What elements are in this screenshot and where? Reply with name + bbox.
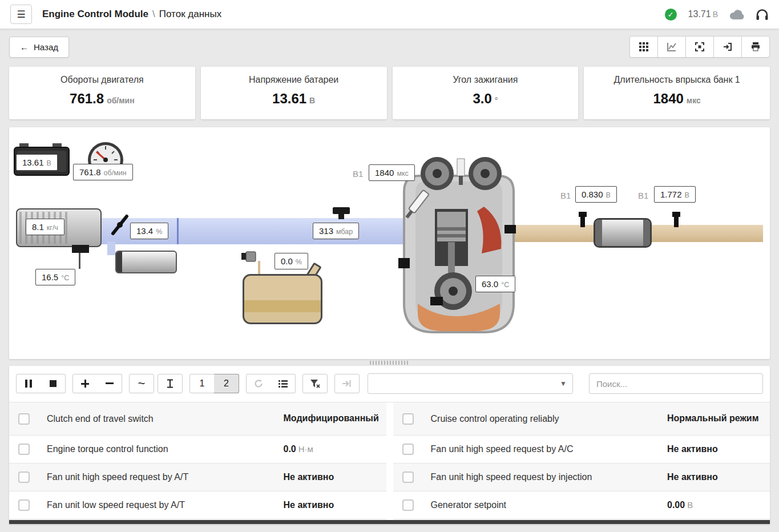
purge-label: 0.0% (275, 253, 308, 269)
row-checkbox[interactable] (402, 499, 414, 511)
plus-icon (81, 380, 89, 388)
hamburger-icon: ☰ (17, 9, 25, 21)
table-row[interactable]: Cruise control operating reliably Нормал… (393, 402, 770, 436)
unit: В (606, 191, 611, 199)
card-value: 1840 (653, 91, 683, 106)
card-ignition-angle: Угол зажигания 3.0° (393, 67, 579, 119)
table-row[interactable]: Fan unit high speed request by A/T Не ак… (9, 464, 386, 491)
back-label: Назад (34, 42, 58, 52)
module-name: Engine Control Module (42, 9, 148, 19)
o2-downstream-label: 1.772В (654, 186, 696, 203)
battery-voltage: 13.71В (688, 9, 718, 19)
table-toolbar: ~ 1 2 ▼ (9, 366, 770, 394)
panel-splitter[interactable] (0, 359, 779, 366)
refresh-button[interactable] (246, 374, 271, 393)
stop-icon (50, 380, 56, 387)
intake-branch-pipe (107, 241, 115, 255)
i-beam-icon (166, 379, 175, 388)
import-icon (723, 42, 733, 52)
card-injection-duration: Длительность впрыска банк 1 1840мкс (584, 67, 770, 119)
stop-button[interactable] (41, 374, 66, 393)
add-button[interactable] (72, 374, 98, 393)
value: 63.0 (482, 279, 498, 289)
rpm-label: 761.8об/мин (73, 164, 133, 180)
mass-air-flow-label: 8.1кг/ч (26, 219, 64, 235)
row-checkbox[interactable] (18, 444, 30, 455)
card-title: Длительность впрыска банк 1 (588, 75, 765, 85)
card-engine-rpm: Обороты двигателя 761.8об/мин (9, 67, 195, 119)
param-name: Clutch end of travel switch (47, 414, 284, 424)
minus-icon (106, 382, 114, 385)
page-2-button[interactable]: 2 (214, 374, 239, 393)
chart-view-button[interactable] (657, 36, 686, 58)
fit-screen-button[interactable] (685, 36, 714, 58)
throttle-label: 13.4% (130, 223, 168, 239)
pipe-joint (177, 218, 179, 244)
grid-view-button[interactable] (629, 36, 658, 58)
list-icon (278, 380, 288, 388)
battery-voltage-unit: В (713, 10, 718, 19)
param-name: Fan unit high speed request by A/C (431, 444, 668, 454)
goto-end-button[interactable] (334, 374, 360, 393)
search-input[interactable] (589, 373, 763, 394)
map-sensor-icon (332, 206, 351, 220)
unit: мбар (336, 228, 353, 236)
value: 761.8 (79, 167, 101, 177)
param-name: Cruise control operating reliably (431, 414, 668, 424)
table-row[interactable]: Fan unit low speed request by A/T Не акт… (9, 491, 386, 519)
printer-icon (750, 42, 761, 52)
menu-button[interactable]: ☰ (10, 5, 32, 24)
filter-x-icon (310, 379, 320, 388)
table-column-gap (386, 402, 393, 519)
import-button[interactable] (713, 36, 742, 58)
fit-height-button[interactable] (158, 374, 183, 393)
card-value: 761.8 (70, 91, 104, 106)
table-left-column: Clutch end of travel switch Модифицирова… (9, 402, 386, 519)
value: 0.0 (281, 256, 293, 266)
o2-sensor-downstream-icon (671, 211, 681, 228)
row-checkbox[interactable] (18, 499, 30, 511)
page-1-label: 1 (200, 378, 205, 389)
value: 16.5 (42, 272, 58, 282)
row-checkbox[interactable] (18, 471, 30, 483)
view-toolbar (629, 36, 770, 58)
row-checkbox[interactable] (402, 413, 414, 425)
row-checkbox[interactable] (18, 413, 30, 425)
list-button[interactable] (271, 374, 296, 393)
splitter-handle-icon (370, 361, 410, 365)
unit: В (685, 191, 689, 199)
table-row[interactable]: Engine torque control function 0.0Н·м (9, 436, 386, 464)
param-name: Fan unit low speed request by A/T (47, 500, 284, 510)
table-row[interactable]: Generator setpoint 0.00В (393, 491, 770, 519)
remove-button[interactable] (97, 374, 122, 393)
clear-filter-button[interactable] (302, 374, 328, 393)
card-title: Напряжение батареи (205, 75, 382, 85)
next-row-edge (9, 520, 770, 524)
metric-cards: Обороты двигателя 761.8об/мин Напряжение… (0, 67, 779, 119)
o2-sensor-upstream-icon (578, 211, 588, 228)
back-button[interactable]: ← Назад (9, 37, 69, 58)
refresh-icon (254, 379, 263, 388)
parameter-group-select[interactable]: ▼ (368, 373, 573, 394)
page-1-button[interactable]: 1 (189, 374, 215, 393)
table-row[interactable]: Fan unit high speed request by injection… (393, 464, 770, 491)
unit: В (47, 159, 51, 167)
secondary-toolbar: ← Назад (0, 29, 779, 65)
breadcrumb: Поток данных (159, 9, 221, 19)
card-unit: ° (495, 96, 498, 105)
card-title: Угол зажигания (397, 75, 574, 85)
pause-button[interactable] (16, 374, 41, 393)
data-table-panel: ~ 1 2 ▼ Clutch (9, 366, 770, 524)
param-unit: Н·м (298, 444, 313, 454)
signal-button[interactable]: ~ (129, 374, 154, 393)
cloud-sync-icon[interactable] (729, 9, 744, 20)
print-button[interactable] (741, 36, 770, 58)
table-row[interactable]: Clutch end of travel switch Модифицирова… (9, 402, 386, 436)
unit: % (156, 228, 162, 236)
row-checkbox[interactable] (402, 471, 414, 483)
table-row[interactable]: Fan unit high speed request by A/C Не ак… (393, 436, 770, 464)
row-checkbox[interactable] (402, 444, 414, 455)
headphones-icon[interactable] (756, 9, 769, 21)
grid-icon (639, 42, 649, 52)
pause-icon (25, 380, 32, 388)
